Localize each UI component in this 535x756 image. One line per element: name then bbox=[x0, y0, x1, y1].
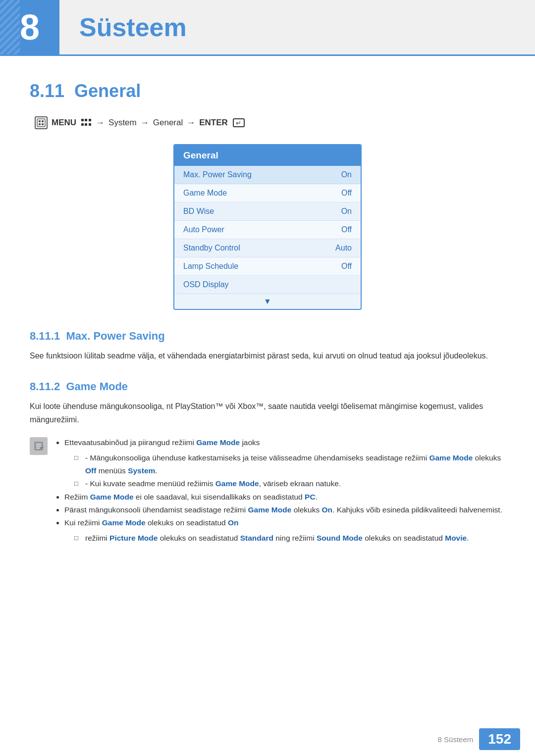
header-content: Süsteem bbox=[69, 0, 535, 54]
svg-rect-1 bbox=[39, 120, 41, 122]
note-sub-bullet-2: - Kui kuvate seadme menüüd režiimis Game… bbox=[74, 477, 505, 490]
svg-rect-4 bbox=[42, 123, 44, 125]
chapter-title: Süsteem bbox=[79, 12, 187, 42]
svg-rect-2 bbox=[42, 120, 44, 122]
note-icon bbox=[30, 437, 48, 455]
menu-item-max-power-saving[interactable]: Max. Power Saving On bbox=[174, 166, 361, 184]
subsection-heading-1: 8.11.1 Max. Power Saving bbox=[30, 330, 505, 343]
subsection-2-body: Kui loote ühenduse mängukonsooliga, nt P… bbox=[30, 400, 505, 426]
item-value-bd-wise: On bbox=[341, 207, 352, 216]
item-value-lamp-schedule: Off bbox=[341, 262, 352, 271]
subsection-1-body: See funktsioon lülitab seadme välja, et … bbox=[30, 350, 505, 362]
arrow3: → bbox=[187, 118, 195, 128]
item-label-osd-display: OSD Display bbox=[183, 280, 229, 289]
notes-content: Ettevaatusabinõud ja piirangud režiimi G… bbox=[54, 436, 505, 545]
general-menu-panel: General Max. Power Saving On Game Mode O… bbox=[173, 144, 362, 310]
page-header: 8 Süsteem bbox=[0, 0, 535, 56]
page-number: 152 bbox=[479, 728, 520, 750]
note-bullet-2: Režiim Game Mode ei ole saadaval, kui si… bbox=[64, 491, 505, 504]
subsection-heading-2: 8.11.2 Game Mode bbox=[30, 380, 505, 393]
item-label-bd-wise: BD Wise bbox=[183, 207, 214, 216]
svg-rect-3 bbox=[39, 123, 41, 125]
menu-item-game-mode[interactable]: Game Mode Off bbox=[174, 184, 361, 202]
menu-item-standby-control[interactable]: Standby Control Auto bbox=[174, 239, 361, 257]
arrow1: → bbox=[96, 118, 105, 128]
page-content: 8.11 General MENU → System → General → E bbox=[0, 56, 535, 589]
chapter-number: 8 bbox=[20, 7, 40, 48]
item-label-auto-power: Auto Power bbox=[183, 225, 224, 234]
item-label-game-mode: Game Mode bbox=[183, 189, 227, 198]
note-bullet-1: Ettevaatusabinõud ja piirangud režiimi G… bbox=[64, 436, 505, 490]
item-value-game-mode: Off bbox=[341, 189, 352, 198]
item-label-lamp-schedule: Lamp Schedule bbox=[183, 262, 238, 271]
menu-panel-footer: ▼ bbox=[174, 294, 361, 309]
menu-item-auto-power[interactable]: Auto Power Off bbox=[174, 221, 361, 239]
footer-label: 8 Süsteem bbox=[438, 735, 474, 744]
item-value-auto-power: Off bbox=[341, 225, 352, 234]
chapter-number-block: 8 bbox=[0, 0, 59, 54]
note-sub-bullet-1: - Mängukonsooliga ühenduse katkestamisek… bbox=[74, 452, 505, 478]
item-label-max-power: Max. Power Saving bbox=[183, 170, 252, 179]
item-label-standby-control: Standby Control bbox=[183, 244, 240, 252]
arrow2: → bbox=[141, 118, 149, 128]
notes-block: Ettevaatusabinõud ja piirangud režiimi G… bbox=[30, 436, 505, 545]
menu-label: MENU bbox=[52, 118, 76, 128]
menu-path: MENU → System → General → ENTER ↵ bbox=[30, 116, 505, 129]
item-value-max-power: On bbox=[341, 170, 352, 179]
item-value-standby-control: Auto bbox=[335, 244, 352, 252]
note-sub-bullet-3: režiimi Picture Mode olekuks on seadista… bbox=[74, 532, 505, 545]
svg-rect-0 bbox=[37, 119, 45, 127]
section-heading: 8.11 General bbox=[30, 81, 505, 101]
note-bullet-3: Pärast mängukonsooli ühendamist seadista… bbox=[64, 504, 505, 516]
menu-item-bd-wise[interactable]: BD Wise On bbox=[174, 202, 361, 221]
menu-icon bbox=[35, 116, 48, 129]
menu-panel-header: General bbox=[174, 145, 361, 166]
general-label: General bbox=[153, 118, 183, 128]
note-bullet-4: Kui režiimi Game Mode olekuks on seadist… bbox=[64, 516, 505, 545]
system-label: System bbox=[108, 118, 137, 128]
menu-item-osd-display[interactable]: OSD Display bbox=[174, 276, 361, 294]
page-footer: 8 Süsteem 152 bbox=[0, 722, 535, 756]
enter-icon: ↵ bbox=[233, 118, 245, 127]
enter-label: ENTER bbox=[199, 118, 228, 128]
menu-item-lamp-schedule[interactable]: Lamp Schedule Off bbox=[174, 257, 361, 276]
menu-grid-icon bbox=[81, 119, 91, 127]
